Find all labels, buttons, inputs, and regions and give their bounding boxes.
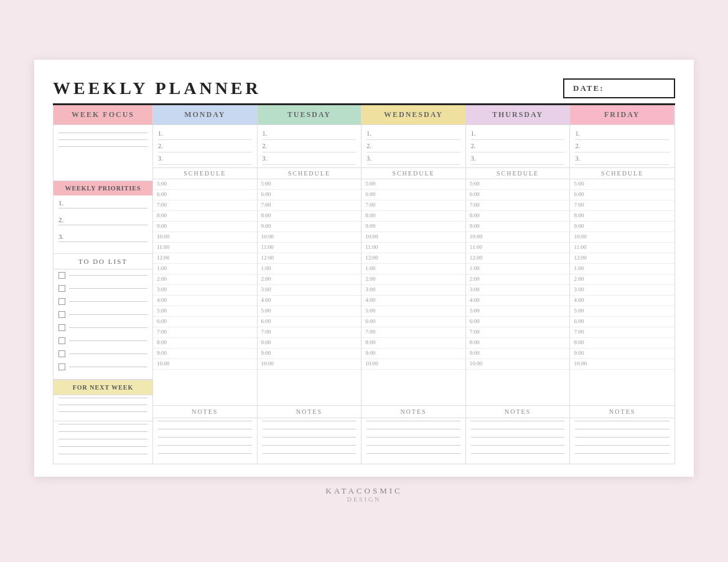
time-slot: 7:00 (570, 200, 674, 211)
time-slot: 6:00 (570, 190, 674, 200)
todo-line (69, 301, 147, 302)
time-slot: 1:00 (153, 264, 257, 274)
time-slot: 9:00 (258, 349, 362, 359)
time-slot: 5:00 (362, 179, 465, 190)
focus-line (58, 139, 147, 140)
time-slot: 8:00 (466, 338, 570, 349)
thursday-schedule-label: SCHEDULE (466, 168, 570, 179)
todo-line (69, 327, 147, 328)
for-next-week-label: FOR NEXT WEEK (54, 380, 152, 395)
thursday-task-1: 1. (471, 128, 565, 140)
checkbox[interactable] (58, 337, 65, 344)
note-line (263, 421, 357, 421)
time-slot: 12:00 (362, 253, 465, 264)
note-line (158, 429, 252, 429)
left-note-line (58, 454, 147, 454)
time-slot: 9:00 (153, 349, 257, 359)
friday-notes-lines (570, 418, 674, 464)
thursday-column: 1. 2. 3. SCHEDULE 5:00 6:00 7:00 8:00 9:… (466, 125, 571, 464)
todo-line (69, 288, 147, 289)
note-line (158, 453, 252, 454)
todo-item (58, 272, 147, 279)
wednesday-schedule-label: SCHEDULE (362, 168, 465, 179)
time-slot: 8:00 (362, 338, 465, 349)
left-notes (54, 421, 152, 464)
next-week-line (58, 398, 147, 398)
time-slot: 10:00 (362, 232, 465, 243)
tuesday-header: TUESDAY (258, 105, 362, 125)
time-slot: 8:00 (258, 338, 362, 349)
note-line (471, 429, 565, 429)
thursday-header: THURSDAY (466, 105, 571, 125)
time-slot: 7:00 (153, 327, 257, 338)
time-slot: 11:00 (570, 243, 674, 253)
focus-line (58, 133, 147, 133)
monday-schedule-label: SCHEDULE (153, 168, 257, 179)
time-slot: 6:00 (258, 190, 362, 200)
time-slot: 9:00 (466, 222, 570, 232)
todo-line (69, 314, 147, 315)
checkbox[interactable] (58, 272, 65, 279)
time-slot: 1:00 (362, 264, 465, 274)
left-note-line (58, 424, 147, 424)
time-slot: 4:00 (362, 296, 465, 306)
week-focus-section (54, 125, 152, 181)
wednesday-task-2: 2. (366, 140, 460, 152)
priority-item-1: 1. (58, 199, 147, 208)
thursday-task-3: 3. (471, 152, 565, 165)
time-slot: 2:00 (258, 274, 362, 285)
wednesday-header: WEDNESDAY (362, 105, 466, 125)
note-line (366, 453, 460, 454)
time-slot: 7:00 (466, 200, 570, 211)
tuesday-notes-label: NOTES (258, 405, 362, 418)
monday-notes-lines (153, 418, 257, 464)
time-slot: 10:00 (153, 359, 257, 370)
time-slot: 2:00 (362, 274, 465, 285)
time-slot: 7:00 (570, 327, 674, 338)
time-slot: 10:00 (153, 232, 257, 243)
time-slot: 6:00 (153, 190, 257, 200)
friday-top-tasks: 1. 2. 3. (570, 125, 674, 168)
time-slot: 12:00 (570, 253, 674, 264)
note-line (158, 437, 252, 438)
time-slot: 11:00 (466, 243, 570, 253)
time-slot: 7:00 (362, 200, 465, 211)
wednesday-notes-label: NOTES (362, 405, 465, 418)
time-slot: 6:00 (570, 317, 674, 327)
monday-top-tasks: 1. 2. 3. (153, 125, 257, 168)
time-slot: 3:00 (362, 285, 465, 296)
checkbox[interactable] (58, 298, 65, 305)
checkbox[interactable] (58, 324, 65, 331)
time-slot: 4:00 (258, 296, 362, 306)
time-slot: 7:00 (362, 327, 465, 338)
time-slot: 9:00 (362, 349, 465, 359)
time-slot: 10:00 (570, 232, 674, 243)
todo-item (58, 363, 147, 370)
date-box[interactable]: DATE: (563, 78, 675, 98)
time-slot: 9:00 (258, 222, 362, 232)
note-line (263, 429, 357, 429)
tuesday-notes-lines (258, 418, 362, 464)
todo-item (58, 311, 147, 318)
left-column: WEEKLY PRIORITIES 1. 2. 3. TO DO LIST (54, 125, 153, 464)
wednesday-time-slots: 5:00 6:00 7:00 8:00 9:00 10:00 11:00 12:… (362, 179, 465, 405)
time-slot: 9:00 (362, 222, 465, 232)
time-slot: 7:00 (258, 200, 362, 211)
monday-header: MONDAY (153, 105, 258, 125)
tuesday-task-3: 3. (263, 152, 357, 165)
checkbox[interactable] (58, 350, 65, 357)
time-slot: 6:00 (466, 317, 570, 327)
monday-column: 1. 2. 3. SCHEDULE 5:00 6:00 7:00 8:00 9:… (153, 125, 258, 464)
time-slot: 8:00 (570, 338, 674, 349)
checkbox[interactable] (58, 285, 65, 292)
time-slot: 3:00 (153, 285, 257, 296)
time-slot: 2:00 (466, 274, 570, 285)
checkbox[interactable] (58, 363, 65, 370)
time-slot: 5:00 (258, 179, 362, 190)
friday-task-2: 2. (575, 140, 670, 152)
time-slot: 5:00 (570, 179, 674, 190)
checkbox[interactable] (58, 311, 65, 318)
todo-line (69, 367, 147, 367)
todo-item (58, 337, 147, 344)
todo-line (69, 275, 147, 276)
